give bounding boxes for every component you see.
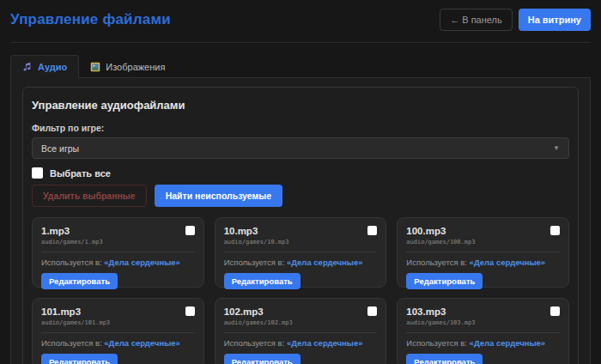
game-filter-label: Фильтр по игре:	[32, 123, 569, 133]
file-usage: Используется в: «Дела сердечные»	[41, 338, 195, 348]
find-unused-button[interactable]: Найти неиспользуемые	[155, 185, 282, 207]
file-name: 101.mp3	[41, 306, 195, 317]
file-name: 103.mp3	[406, 306, 560, 317]
file-path: audio/games/103.mp3	[406, 319, 560, 326]
tab-audio-label: Аудио	[38, 62, 67, 72]
file-checkbox[interactable]	[367, 226, 377, 235]
divider	[406, 332, 560, 333]
file-checkbox[interactable]	[185, 306, 195, 316]
music-note-icon	[22, 62, 33, 72]
usage-prefix: Используется в:	[406, 338, 467, 348]
file-usage: Используется в: «Дела сердечные»	[406, 338, 560, 348]
framed-picture-icon	[90, 62, 100, 72]
edit-button[interactable]: Редактировать	[406, 273, 483, 289]
used-in-game-link[interactable]: «Дела сердечные»	[287, 338, 363, 348]
file-card: 102.mp3 audio/games/102.mp3 Используется…	[215, 298, 387, 364]
caret-down-icon: ▼	[553, 145, 560, 152]
edit-button[interactable]: Редактировать	[224, 354, 300, 364]
to-showcase-button[interactable]: На витрину	[519, 9, 591, 31]
page-title: Управление файлами	[10, 11, 171, 28]
game-filter-select[interactable]: Все игры ▼	[32, 137, 569, 159]
file-card: 100.mp3 audio/games/100.mp3 Используется…	[397, 217, 569, 288]
file-usage: Используется в: «Дела сердечные»	[224, 338, 378, 348]
divider	[406, 252, 560, 252]
tab-images[interactable]: Изображения	[79, 56, 176, 78]
edit-button[interactable]: Редактировать	[224, 273, 300, 289]
used-in-game-link[interactable]: «Дела сердечные»	[104, 338, 180, 348]
header-actions: ← В панель На витрину	[440, 9, 591, 31]
edit-button[interactable]: Редактировать	[406, 354, 483, 364]
usage-prefix: Используется в:	[224, 338, 285, 348]
file-usage: Используется в: «Дела сердечные»	[224, 258, 378, 267]
section-heading: Управление аудиофайлами	[32, 99, 569, 112]
delete-selected-button[interactable]: Удалить выбранные	[32, 185, 147, 207]
tab-bar: Аудио Изображения	[10, 55, 591, 77]
file-card: 103.mp3 audio/games/103.mp3 Используется…	[397, 298, 569, 364]
edit-button[interactable]: Редактировать	[41, 273, 118, 289]
file-path: audio/games/10.mp3	[224, 239, 378, 246]
divider	[224, 332, 378, 333]
usage-prefix: Используется в:	[224, 258, 285, 267]
tab-audio[interactable]: Аудио	[10, 55, 79, 78]
file-card: 10.mp3 audio/games/10.mp3 Используется в…	[215, 217, 387, 288]
file-path: audio/games/101.mp3	[41, 319, 195, 326]
file-checkbox[interactable]	[367, 306, 377, 316]
usage-prefix: Используется в:	[41, 258, 102, 267]
usage-prefix: Используется в:	[406, 258, 467, 267]
file-path: audio/games/1.mp3	[41, 239, 195, 246]
select-all-label: Выбрать все	[50, 168, 111, 179]
used-in-game-link[interactable]: «Дела сердечные»	[470, 338, 546, 348]
file-usage: Используется в: «Дела сердечные»	[406, 258, 560, 267]
file-grid: 1.mp3 audio/games/1.mp3 Используется в: …	[32, 217, 569, 364]
file-name: 100.mp3	[406, 226, 560, 236]
file-name: 1.mp3	[41, 226, 195, 236]
file-card: 101.mp3 audio/games/101.mp3 Используется…	[32, 298, 204, 364]
divider	[41, 332, 195, 333]
audio-management-card: Управление аудиофайлами Фильтр по игре: …	[22, 87, 579, 364]
file-name: 102.mp3	[224, 306, 378, 317]
file-path: audio/games/100.mp3	[406, 239, 560, 246]
edit-button[interactable]: Редактировать	[41, 354, 118, 364]
select-all-row: Выбрать все	[32, 167, 569, 179]
audio-tab-panel: Управление аудиофайлами Фильтр по игре: …	[10, 77, 591, 364]
used-in-game-link[interactable]: «Дела сердечные»	[287, 258, 363, 267]
file-checkbox[interactable]	[185, 226, 195, 235]
file-path: audio/games/102.mp3	[224, 319, 378, 326]
back-to-panel-button[interactable]: ← В панель	[440, 9, 513, 31]
tab-images-label: Изображения	[106, 62, 165, 72]
page-header: Управление файлами ← В панель На витрину	[10, 0, 591, 43]
file-name: 10.mp3	[224, 226, 378, 236]
used-in-game-link[interactable]: «Дела сердечные»	[104, 258, 180, 267]
file-checkbox[interactable]	[550, 226, 560, 235]
divider	[224, 252, 378, 252]
select-all-checkbox[interactable]	[32, 167, 43, 179]
file-checkbox[interactable]	[550, 306, 560, 316]
file-usage: Используется в: «Дела сердечные»	[41, 258, 195, 267]
usage-prefix: Используется в:	[41, 338, 102, 348]
used-in-game-link[interactable]: «Дела сердечные»	[470, 258, 546, 267]
divider	[41, 252, 195, 252]
file-card: 1.mp3 audio/games/1.mp3 Используется в: …	[32, 217, 204, 288]
bulk-actions: Удалить выбранные Найти неиспользуемые	[32, 185, 569, 207]
game-filter-selected-value: Все игры	[41, 143, 79, 154]
